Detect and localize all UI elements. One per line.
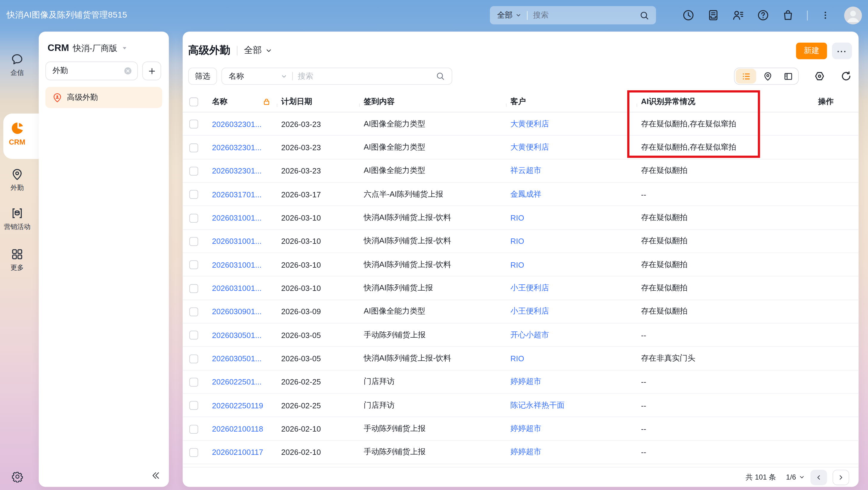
more-kebab-icon[interactable] <box>820 9 830 22</box>
add-button[interactable] <box>143 61 161 80</box>
settings-gear-icon[interactable] <box>0 471 34 483</box>
nav-rail-item-qixin[interactable]: 企信 <box>0 53 34 78</box>
more-actions-button[interactable]: ··· <box>832 42 852 59</box>
map-view-icon[interactable] <box>757 68 778 85</box>
select-all-checkbox[interactable] <box>189 97 198 107</box>
record-name-link[interactable]: 2026031001... <box>212 260 261 269</box>
history-clock-icon[interactable] <box>682 9 695 22</box>
record-name-link[interactable]: 2026031001... <box>212 237 261 246</box>
chat-bubble-icon <box>10 53 24 66</box>
cell-plan-date: 2026-02-10 <box>277 448 359 457</box>
customer-link[interactable]: 小王便利店 <box>510 307 549 315</box>
page-selector[interactable]: 1/6 <box>786 473 805 481</box>
nav-rail-item-crm[interactable]: CRM <box>0 121 34 146</box>
row-checkbox[interactable] <box>189 260 198 269</box>
customer-link[interactable]: 婷婷超市 <box>510 424 541 433</box>
cell-checkin-content: 快消AI陈列铺货上报-饮料 <box>359 260 506 269</box>
cell-checkin-content: 快消AI陈列铺货上报-饮料 <box>359 213 506 223</box>
table-row: 2026030501... 2026-03-05 手动陈列铺货上报 开心小超市 … <box>183 323 859 347</box>
row-checkbox[interactable] <box>189 448 198 457</box>
row-checkbox[interactable] <box>189 167 198 176</box>
column-header-checkin-content[interactable]: 签到内容 <box>359 96 506 107</box>
row-checkbox[interactable] <box>189 378 198 386</box>
board-view-icon[interactable] <box>778 68 798 85</box>
record-name-link[interactable]: 202602100117 <box>212 448 263 457</box>
nav-rail-label: 营销活动 <box>4 222 30 232</box>
record-name-link[interactable]: 2026031001... <box>212 284 261 292</box>
customer-link[interactable]: 小王便利店 <box>510 283 549 292</box>
customer-link[interactable]: 祥云超市 <box>510 166 541 175</box>
row-checkbox[interactable] <box>189 401 198 410</box>
column-header-ai-anomaly[interactable]: AI识别异常情况 <box>637 96 814 107</box>
customer-link[interactable]: RIO <box>510 237 524 246</box>
search-icon[interactable] <box>436 71 445 81</box>
row-checkbox[interactable] <box>189 237 198 246</box>
search-icon[interactable] <box>639 10 649 20</box>
column-header-name[interactable]: 名称 <box>212 96 227 107</box>
next-page-button[interactable] <box>833 469 849 485</box>
row-checkbox[interactable] <box>189 284 198 293</box>
bag-icon[interactable] <box>782 9 795 22</box>
customer-link[interactable]: RIO <box>510 213 524 222</box>
display-settings-icon[interactable] <box>814 70 826 82</box>
record-name-link[interactable]: 2026032301... <box>212 143 261 152</box>
table-search-input[interactable]: 名称 搜索 <box>221 68 452 85</box>
record-name-link[interactable]: 2026031001... <box>212 213 261 222</box>
customer-link[interactable]: RIO <box>510 260 524 269</box>
sidebar-item-advanced-field-work[interactable]: 高级外勤 <box>45 87 162 108</box>
column-header-customer[interactable]: 客户 <box>506 96 637 107</box>
contacts-icon[interactable] <box>732 9 745 22</box>
help-icon[interactable] <box>756 9 769 22</box>
view-scope-selector[interactable]: 全部 <box>244 45 262 56</box>
record-name-link[interactable]: 2026030501... <box>212 354 261 363</box>
row-checkbox[interactable] <box>189 120 198 129</box>
search-scope-selector[interactable]: 全部 <box>497 10 513 20</box>
row-checkbox[interactable] <box>189 190 198 199</box>
record-name-link[interactable]: 2026032301... <box>212 166 261 175</box>
row-checkbox[interactable] <box>189 354 198 363</box>
previous-page-button[interactable] <box>810 469 827 485</box>
customer-link[interactable]: 开心小超市 <box>510 330 549 339</box>
row-checkbox[interactable] <box>189 214 198 223</box>
record-name-link[interactable]: 2026031701... <box>212 190 261 199</box>
nav-rail-item-waiqin[interactable]: 外勤 <box>0 168 34 193</box>
user-avatar[interactable] <box>844 6 862 24</box>
customer-link[interactable]: 婷婷超市 <box>510 377 541 386</box>
row-checkbox[interactable] <box>189 425 198 434</box>
search-field-selector[interactable]: 名称 <box>229 71 244 81</box>
collapse-sidebar-icon[interactable] <box>150 471 160 481</box>
customer-link[interactable]: 大黄便利店 <box>510 119 549 128</box>
cell-checkin-content: AI图像全能力类型 <box>359 119 506 129</box>
record-name-link[interactable]: 202602100118 <box>212 424 263 433</box>
record-name-link[interactable]: 2026022501... <box>212 377 261 386</box>
table-row: 2026032301... 2026-03-23 AI图像全能力类型 祥云超市 … <box>183 160 859 183</box>
table-row: 2026031701... 2026-03-17 六点半-AI陈列铺货上报 金鳳… <box>183 183 859 206</box>
customer-link[interactable]: 大黄便利店 <box>510 142 549 151</box>
cell-ai-anomaly: -- <box>637 448 814 457</box>
nav-rail-item-more[interactable]: 更多 <box>0 248 34 273</box>
global-search-input[interactable]: 全部 搜索 <box>490 6 656 24</box>
customer-link[interactable]: 金鳳成祥 <box>510 189 541 198</box>
filter-button[interactable]: 筛选 <box>188 68 217 85</box>
refresh-icon[interactable] <box>840 70 852 82</box>
table-row: 2026031001... 2026-03-10 快消AI陈列铺货上报 小王便利… <box>183 277 859 300</box>
lock-icon <box>262 97 271 106</box>
row-checkbox[interactable] <box>189 307 198 316</box>
column-header-plan-date[interactable]: 计划日期 <box>277 96 359 107</box>
list-view-icon[interactable] <box>736 68 756 83</box>
record-name-link[interactable]: 2026030501... <box>212 330 261 340</box>
record-name-link[interactable]: 2026032301... <box>212 119 261 128</box>
customer-link[interactable]: 婷婷超市 <box>510 447 541 456</box>
row-checkbox[interactable] <box>189 143 198 152</box>
customer-link[interactable]: 陈记永祥热干面 <box>510 400 564 409</box>
record-name-link[interactable]: 202602250119 <box>212 401 263 410</box>
row-checkbox[interactable] <box>189 331 198 340</box>
checkin-device-icon[interactable] <box>707 9 720 22</box>
record-name-link[interactable]: 2026030901... <box>212 307 261 316</box>
customer-link[interactable]: RIO <box>510 354 524 363</box>
clear-icon[interactable] <box>123 66 132 76</box>
create-new-button[interactable]: 新建 <box>796 42 827 59</box>
caret-down-icon[interactable] <box>121 45 127 52</box>
nav-rail-item-marketing[interactable]: 营销活动 <box>0 206 34 232</box>
sidebar-search-input[interactable]: 外勤 <box>45 61 137 80</box>
